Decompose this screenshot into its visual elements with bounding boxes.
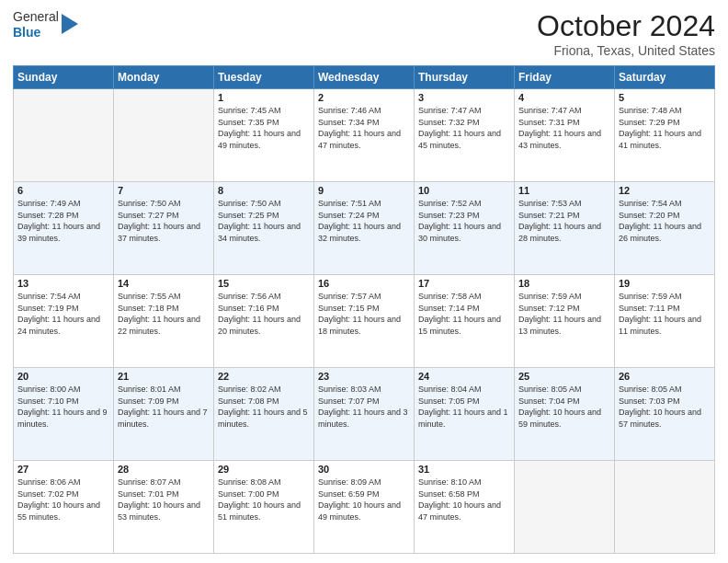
calendar-day-cell: 19Sunrise: 7:59 AM Sunset: 7:11 PM Dayli… [615,275,715,368]
day-info: Sunrise: 8:04 AM Sunset: 7:05 PM Dayligh… [418,384,510,430]
day-info: Sunrise: 7:47 AM Sunset: 7:32 PM Dayligh… [418,105,510,151]
day-number: 21 [118,371,210,382]
day-info: Sunrise: 7:52 AM Sunset: 7:23 PM Dayligh… [418,198,510,244]
calendar-day-cell: 14Sunrise: 7:55 AM Sunset: 7:18 PM Dayli… [114,275,214,368]
calendar-day-cell: 27Sunrise: 8:06 AM Sunset: 7:02 PM Dayli… [14,461,114,554]
calendar-day-cell: 3Sunrise: 7:47 AM Sunset: 7:32 PM Daylig… [415,89,515,182]
day-info: Sunrise: 8:01 AM Sunset: 7:09 PM Dayligh… [118,384,210,430]
day-info: Sunrise: 7:54 AM Sunset: 7:20 PM Dayligh… [619,198,711,244]
logo-blue: Blue [13,25,59,40]
day-number: 16 [318,278,410,289]
calendar-day-cell: 4Sunrise: 7:47 AM Sunset: 7:31 PM Daylig… [515,89,615,182]
day-info: Sunrise: 7:46 AM Sunset: 7:34 PM Dayligh… [318,105,410,151]
calendar-day-cell: 15Sunrise: 7:56 AM Sunset: 7:16 PM Dayli… [214,275,314,368]
day-info: Sunrise: 7:59 AM Sunset: 7:12 PM Dayligh… [518,291,610,337]
calendar-day-cell: 20Sunrise: 8:00 AM Sunset: 7:10 PM Dayli… [14,368,114,461]
calendar-week-row: 27Sunrise: 8:06 AM Sunset: 7:02 PM Dayli… [14,461,715,554]
day-info: Sunrise: 7:59 AM Sunset: 7:11 PM Dayligh… [619,291,711,337]
day-number: 10 [418,185,510,196]
day-info: Sunrise: 8:03 AM Sunset: 7:07 PM Dayligh… [318,384,410,430]
day-number: 4 [518,92,610,103]
calendar-day-cell: 13Sunrise: 7:54 AM Sunset: 7:19 PM Dayli… [14,275,114,368]
calendar-day-cell: 12Sunrise: 7:54 AM Sunset: 7:20 PM Dayli… [615,182,715,275]
day-number: 18 [518,278,610,289]
column-header-wednesday: Wednesday [314,66,415,89]
calendar-table: SundayMondayTuesdayWednesdayThursdayFrid… [13,65,715,554]
day-info: Sunrise: 7:57 AM Sunset: 7:15 PM Dayligh… [318,291,410,337]
logo-text: General Blue [13,9,59,40]
calendar-day-cell: 25Sunrise: 8:05 AM Sunset: 7:04 PM Dayli… [515,368,615,461]
calendar-day-cell: 31Sunrise: 8:10 AM Sunset: 6:58 PM Dayli… [415,461,515,554]
day-number: 28 [118,464,210,475]
calendar-day-cell: 28Sunrise: 8:07 AM Sunset: 7:01 PM Dayli… [114,461,214,554]
day-info: Sunrise: 8:08 AM Sunset: 7:00 PM Dayligh… [218,477,310,523]
day-number: 26 [619,371,711,382]
day-number: 17 [418,278,510,289]
column-header-friday: Friday [515,66,615,89]
day-number: 8 [218,185,310,196]
calendar-day-cell [515,461,615,554]
calendar-day-cell: 16Sunrise: 7:57 AM Sunset: 7:15 PM Dayli… [314,275,415,368]
day-info: Sunrise: 8:10 AM Sunset: 6:58 PM Dayligh… [418,477,510,523]
day-info: Sunrise: 8:09 AM Sunset: 6:59 PM Dayligh… [318,477,410,523]
day-number: 3 [418,92,510,103]
day-number: 20 [17,371,109,382]
calendar-week-row: 6Sunrise: 7:49 AM Sunset: 7:28 PM Daylig… [14,182,715,275]
day-number: 7 [118,185,210,196]
column-header-thursday: Thursday [415,66,515,89]
column-header-monday: Monday [114,66,214,89]
day-number: 29 [218,464,310,475]
column-header-saturday: Saturday [615,66,715,89]
day-info: Sunrise: 8:07 AM Sunset: 7:01 PM Dayligh… [118,477,210,523]
day-info: Sunrise: 7:47 AM Sunset: 7:31 PM Dayligh… [518,105,610,151]
location-subtitle: Friona, Texas, United States [537,43,715,58]
calendar-day-cell: 17Sunrise: 7:58 AM Sunset: 7:14 PM Dayli… [415,275,515,368]
calendar-header-row: SundayMondayTuesdayWednesdayThursdayFrid… [14,66,715,89]
day-number: 27 [17,464,109,475]
calendar-day-cell: 22Sunrise: 8:02 AM Sunset: 7:08 PM Dayli… [214,368,314,461]
page-title: October 2024 [537,9,715,43]
day-number: 6 [17,185,109,196]
day-number: 23 [318,371,410,382]
calendar-day-cell [615,461,715,554]
header: General Blue October 2024 Friona, Texas,… [13,9,715,58]
day-info: Sunrise: 8:05 AM Sunset: 7:03 PM Dayligh… [619,384,711,430]
day-number: 1 [218,92,310,103]
day-info: Sunrise: 8:05 AM Sunset: 7:04 PM Dayligh… [518,384,610,430]
logo: General Blue [13,9,78,40]
column-header-tuesday: Tuesday [214,66,314,89]
calendar-week-row: 20Sunrise: 8:00 AM Sunset: 7:10 PM Dayli… [14,368,715,461]
calendar-day-cell: 11Sunrise: 7:53 AM Sunset: 7:21 PM Dayli… [515,182,615,275]
day-number: 5 [619,92,711,103]
page: General Blue October 2024 Friona, Texas,… [0,0,728,563]
logo-arrow-icon [62,14,78,34]
calendar-day-cell: 2Sunrise: 7:46 AM Sunset: 7:34 PM Daylig… [314,89,415,182]
column-header-sunday: Sunday [14,66,114,89]
day-number: 19 [619,278,711,289]
day-info: Sunrise: 7:53 AM Sunset: 7:21 PM Dayligh… [518,198,610,244]
calendar-day-cell [14,89,114,182]
day-number: 2 [318,92,410,103]
calendar-day-cell: 26Sunrise: 8:05 AM Sunset: 7:03 PM Dayli… [615,368,715,461]
calendar-day-cell: 1Sunrise: 7:45 AM Sunset: 7:35 PM Daylig… [214,89,314,182]
day-number: 12 [619,185,711,196]
day-number: 22 [218,371,310,382]
day-info: Sunrise: 7:49 AM Sunset: 7:28 PM Dayligh… [17,198,109,244]
day-number: 13 [17,278,109,289]
calendar-day-cell: 10Sunrise: 7:52 AM Sunset: 7:23 PM Dayli… [415,182,515,275]
day-info: Sunrise: 7:45 AM Sunset: 7:35 PM Dayligh… [218,105,310,151]
day-number: 30 [318,464,410,475]
day-info: Sunrise: 8:02 AM Sunset: 7:08 PM Dayligh… [218,384,310,430]
day-info: Sunrise: 7:48 AM Sunset: 7:29 PM Dayligh… [619,105,711,151]
calendar-day-cell: 24Sunrise: 8:04 AM Sunset: 7:05 PM Dayli… [415,368,515,461]
calendar-week-row: 13Sunrise: 7:54 AM Sunset: 7:19 PM Dayli… [14,275,715,368]
calendar-day-cell: 18Sunrise: 7:59 AM Sunset: 7:12 PM Dayli… [515,275,615,368]
calendar-day-cell [114,89,214,182]
day-info: Sunrise: 8:00 AM Sunset: 7:10 PM Dayligh… [17,384,109,430]
calendar-day-cell: 30Sunrise: 8:09 AM Sunset: 6:59 PM Dayli… [314,461,415,554]
day-number: 31 [418,464,510,475]
day-info: Sunrise: 7:50 AM Sunset: 7:25 PM Dayligh… [218,198,310,244]
day-info: Sunrise: 7:50 AM Sunset: 7:27 PM Dayligh… [118,198,210,244]
calendar-day-cell: 23Sunrise: 8:03 AM Sunset: 7:07 PM Dayli… [314,368,415,461]
day-number: 11 [518,185,610,196]
